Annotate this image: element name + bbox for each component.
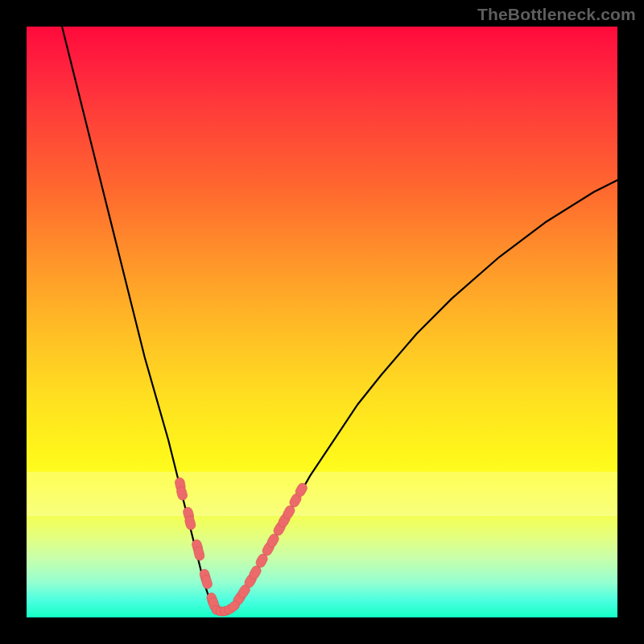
bottleneck-curve: [62, 27, 617, 612]
chart-stage: TheBottleneck.com: [0, 0, 644, 644]
chart-svg: [27, 27, 617, 617]
plot-area: [27, 27, 617, 617]
watermark-text: TheBottleneck.com: [477, 5, 636, 24]
marker-layer: [174, 477, 308, 617]
